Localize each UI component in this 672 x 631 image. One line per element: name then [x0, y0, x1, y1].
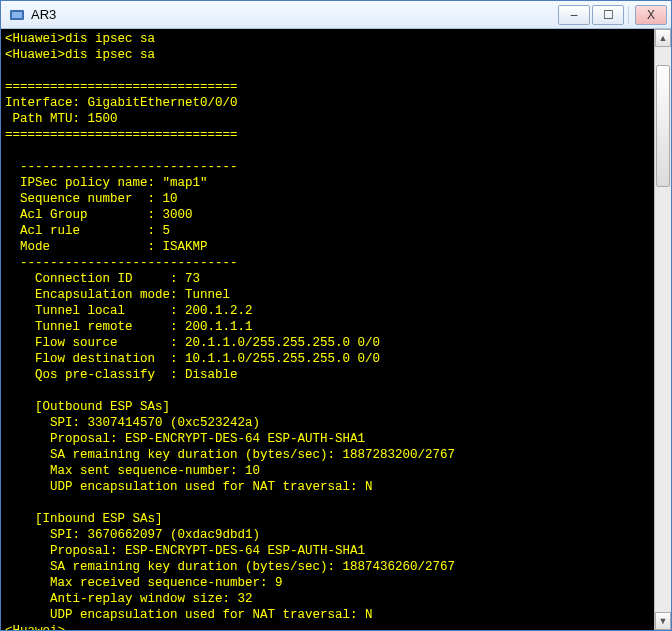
maximize-button[interactable]: ☐	[592, 5, 624, 25]
scroll-down-button[interactable]: ▼	[655, 612, 671, 630]
vertical-scrollbar[interactable]: ▲ ▼	[654, 29, 671, 630]
app-icon	[9, 7, 25, 23]
window-title: AR3	[31, 7, 56, 22]
terminal-output[interactable]: <Huawei>dis ipsec sa <Huawei>dis ipsec s…	[1, 29, 654, 630]
window-controls-separator	[628, 6, 629, 24]
app-window: AR3 – ☐ X <Huawei>dis ipsec sa <Huawei>d…	[0, 0, 672, 631]
scroll-up-button[interactable]: ▲	[655, 29, 671, 47]
svg-rect-1	[12, 12, 22, 18]
minimize-button[interactable]: –	[558, 5, 590, 25]
close-button[interactable]: X	[635, 5, 667, 25]
terminal-area: <Huawei>dis ipsec sa <Huawei>dis ipsec s…	[1, 29, 671, 630]
scroll-thumb[interactable]	[656, 65, 670, 187]
window-controls: – ☐ X	[556, 5, 667, 25]
titlebar[interactable]: AR3 – ☐ X	[1, 1, 671, 29]
